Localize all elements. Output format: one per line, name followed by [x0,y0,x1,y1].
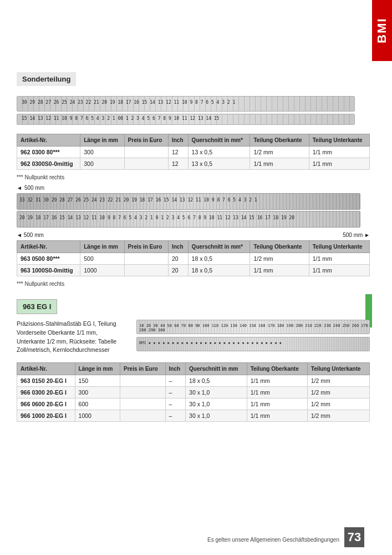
cell-artikel: 962 0300 80*** [17,147,80,158]
cell-quer: 13 x 0,5 [188,147,250,158]
cell-laenge: 300 [80,147,124,158]
cell-artikel: 966 0600 20-EG I [17,398,75,410]
cell-unter: 1/2 mm [307,410,369,422]
ruler-bottom-2: 20 19 18 17 16 15 14 13 12 11 10 9 8 7 6… [17,211,360,228]
cell-inch: 12 [168,158,188,170]
col-header-quer3: Querschnitt in mm [186,363,247,375]
col-header-inch2: Inch [168,241,188,253]
cell-artikel: 966 0300 20-EG I [17,387,75,398]
dimension-row-spread: ◄ 500 mm 500 mm ► [17,232,370,238]
sonderteilung-header: Sonderteilung [17,72,76,86]
col-header-ober2: Teilung Oberkante [250,241,309,253]
cell-unter: 1/2 mm [307,375,369,387]
col-header-inch3: Inch [165,363,186,375]
table-row: 963 0150 20-EG I 150 – 18 x 0,5 1/1 mm 1… [17,375,370,387]
cell-unter: 1/2 mm [307,387,369,398]
col-header-laenge3: Länge in mm [75,363,120,375]
cell-laenge: 500 [80,253,124,265]
cell-quer: 30 x 1,0 [186,387,247,398]
cell-ober: 1/2 mm [250,253,309,265]
section-963-egi: 963 EG I Präzisions-Stahlmaßstäb EG I, T… [17,299,370,422]
col-header-preis: Preis in Euro [124,134,168,147]
dim-right: 500 mm ► [343,232,370,238]
table-section1: Artikel-Nr. Länge in mm Preis in Euro In… [17,134,370,170]
cell-ober: 1/1 mm [247,387,307,398]
ruler-top-2: 33 32 31 30 29 28 27 26 25 24 23 22 21 2… [17,193,360,210]
col-header-preis3: Preis in Euro [120,363,165,375]
ruler2-top-numbers: 33 32 31 30 29 28 27 26 25 24 23 22 21 2… [19,198,257,203]
cell-unter: 1/2 mm [307,398,369,410]
cell-laenge: 1000 [75,410,120,422]
ruler2-bottom-numbers: 20 19 18 17 16 15 14 13 12 11 10 9 8 7 6… [19,215,294,220]
cell-quer: 18 x 0,5 [188,265,250,276]
col-header-artikel3: Artikel-Nr. [17,363,75,375]
page-number: 73 [344,527,364,547]
cell-quer: 30 x 1,0 [186,398,247,410]
cell-inch: 20 [168,253,188,265]
cell-preis [124,265,168,276]
cell-artikel: 962 0300S0-0mittig [17,158,80,170]
ruler-bottom-1: 15 14 13 12 11 10 9 8 7 6 5 4 3 2 1 00 1… [17,114,355,125]
cell-preis [120,398,165,410]
col-header-quer2: Querschnitt in mm* [188,241,250,253]
cell-preis [120,410,165,422]
section-963-body: Präzisions-Stahlmaßstäb EG I, Teilung Vo… [17,320,370,355]
table-row: 966 0300 20-EG I 300 – 30 x 1,0 1/1 mm 1… [17,387,370,398]
footer-text: Es gelten unsere Allgemeinen Geschäftsbe… [207,537,339,543]
col-header-laenge2: Länge in mm [80,241,124,253]
cell-preis [124,147,168,158]
footnote-2: *** Nullpunkt rechts [17,281,370,287]
cell-unter: 1/1 mm [309,253,369,265]
cell-preis [120,375,165,387]
cell-ober: 1/1 mm [247,410,307,422]
cell-preis [124,158,168,170]
col-header-preis2: Preis in Euro [124,241,168,253]
cell-artikel: 966 1000 20-EG I [17,410,75,422]
ruler-numbers-bottom: 15 14 13 12 11 10 9 8 7 6 5 4 3 2 1 00 1… [19,116,221,121]
table-row: 962 0300S0-0mittig 300 12 13 x 0,5 1/1 m… [17,158,370,170]
table-section3: Artikel-Nr. Länge in mm Preis in Euro In… [17,362,370,422]
cell-unter: 1/1 mm [309,265,369,276]
ruler-egi-bottom: BMI ▪ ▪ ▪ ▪ ▪ ▪ ▪ ▪ ▪ ▪ ▪ ▪ ▪ ▪ ▪ ▪ ▪ ▪ … [136,337,370,351]
section-963-header: 963 EG I [17,299,57,314]
ruler-section2: 33 32 31 30 29 28 27 26 25 24 23 22 21 2… [17,193,360,228]
cell-ober: 1/1 mm [250,158,309,170]
footnote-1: *** Nullpunkt rechts [17,174,370,180]
cell-laenge: 600 [75,398,120,410]
cell-laenge: 150 [75,375,120,387]
ruler-numbers-top: 30 29 28 27 26 25 24 23 22 21 20 19 18 1… [19,100,237,105]
cell-laenge: 300 [80,158,124,170]
cell-inch: – [165,375,186,387]
cell-unter: 1/1 mm [309,147,369,158]
cell-artikel: 963 0150 20-EG I [17,375,75,387]
table-row: 962 0300 80*** 300 12 13 x 0,5 1/2 mm 1/… [17,147,370,158]
col-header-unter3: Teilung Unterkante [307,363,369,375]
col-header-ober: Teilung Oberkante [250,134,309,147]
table-row: 966 1000 20-EG I 1000 – 30 x 1,0 1/1 mm … [17,410,370,422]
cell-quer: 18 x 0,5 [186,375,247,387]
cell-ober: 1/1 mm [247,398,307,410]
ruler-top-1: 30 29 28 27 26 25 24 23 22 21 20 19 18 1… [17,96,355,112]
table-row: 966 0600 20-EG I 600 – 30 x 1,0 1/1 mm 1… [17,398,370,410]
cell-ober: 1/1 mm [250,265,309,276]
col-header-laenge: Länge in mm [80,134,124,147]
ruler-egi-top: 10 20 30 40 50 60 70 80 90 100 110 120 1… [136,320,370,334]
table-section2: Artikel-Nr. Länge in mm Preis in Euro In… [17,240,370,276]
dimension-row-1: ◄ 500 mm [17,185,370,191]
section-963-rulers: 10 20 30 40 50 60 70 80 90 100 110 120 1… [136,320,370,355]
col-header-unter2: Teilung Unterkante [309,241,369,253]
col-header-unter: Teilung Unterkante [309,134,369,147]
cell-quer: 30 x 1,0 [186,410,247,422]
ruler-section1: 30 29 28 27 26 25 24 23 22 21 20 19 18 1… [17,96,370,125]
col-header-quer: Querschnitt in mm* [188,134,250,147]
cell-preis [124,253,168,265]
cell-inch: 20 [168,265,188,276]
cell-artikel: 963 0500 80*** [17,253,80,265]
cell-preis [120,387,165,398]
dim-left: ◄ 500 mm [17,232,44,238]
arrow-left-icon: ◄ [17,185,22,191]
cell-artikel: 963 1000S0-0mittig [17,265,80,276]
cell-ober: 1/2 mm [250,147,309,158]
cell-inch: – [165,410,186,422]
section-963-description: Präzisions-Stahlmaßstäb EG I, Teilung Vo… [17,320,128,355]
